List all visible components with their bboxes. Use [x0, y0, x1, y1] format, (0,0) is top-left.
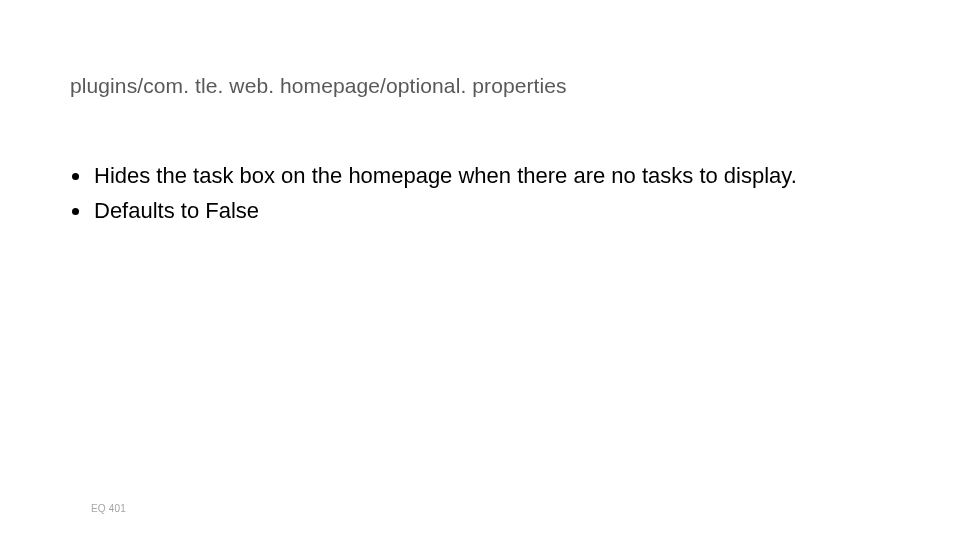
slide-heading: plugins/com. tle. web. homepage/optional… — [70, 74, 567, 98]
slide: plugins/com. tle. web. homepage/optional… — [0, 0, 960, 540]
slide-body: Hides the task box on the homepage when … — [70, 158, 797, 228]
list-item: Hides the task box on the homepage when … — [92, 158, 797, 193]
list-item: Defaults to False — [92, 193, 797, 228]
bullet-list: Hides the task box on the homepage when … — [70, 158, 797, 228]
slide-footer-code: EQ 401 — [91, 503, 126, 514]
